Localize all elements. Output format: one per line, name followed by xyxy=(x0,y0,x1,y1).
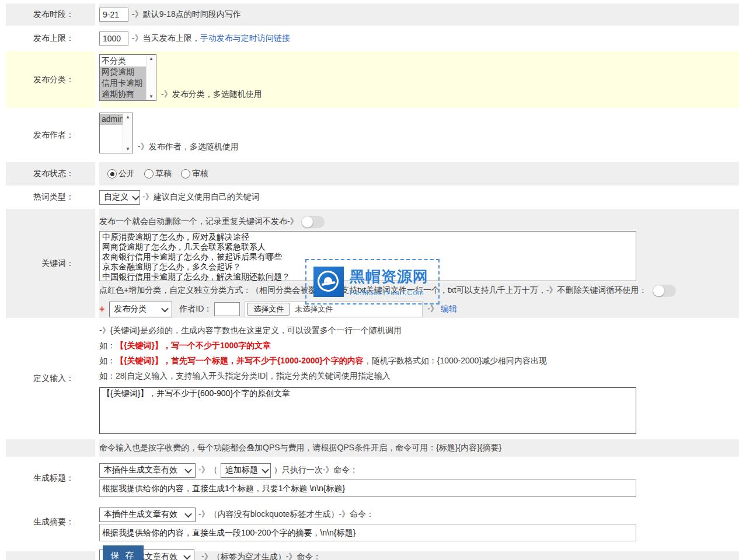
chevron-down-icon xyxy=(262,466,269,473)
category-option[interactable]: 网贷逾期 xyxy=(100,66,146,78)
category-option[interactable]: 信用卡逾期 xyxy=(100,78,146,89)
generate-summary-label: 生成摘要： xyxy=(6,500,95,544)
title-mode-select[interactable]: 本插件生成文章有效 xyxy=(99,463,196,478)
row-publish-time: 发布时段： -》默认9-18点的时间段内写作 xyxy=(0,4,739,26)
scroll-down-icon[interactable]: ▼ xyxy=(126,146,130,152)
category-option[interactable]: 逾期协商 xyxy=(100,89,146,100)
auto-delete-toggle[interactable] xyxy=(301,216,325,228)
row-publish-category: 发布分类： 不分类 网贷逾期 信用卡逾期 逾期协商 ▲ ▼ -》发布分类，多选随… xyxy=(0,51,739,108)
generate-title-label: 生成标题： xyxy=(6,457,95,500)
add-category-icon[interactable]: + xyxy=(99,304,104,314)
example-red-1: 【{关键词}】，写一个不少于1000字的文章 xyxy=(116,341,271,350)
scroll-up-icon[interactable]: ▲ xyxy=(126,114,130,120)
row-publish-author: 发布作者： admin ▲ ▼ -》发布作者，多选随机使用 xyxy=(0,108,739,162)
row-hotword-type: 热词类型： 自定义 -》建议自定义使用自己的关键词 xyxy=(0,186,739,209)
define-input-label: 定义输入： xyxy=(6,318,95,439)
publish-category-label: 发布分类： xyxy=(6,51,95,108)
keyword-category-select[interactable]: 发布分类 xyxy=(109,302,172,317)
title-append-select[interactable]: 追加标题 xyxy=(221,463,271,478)
status-option-label: 公开 xyxy=(118,169,135,179)
edit-link[interactable]: 编辑 xyxy=(441,304,457,314)
row-define-input: 定义输入： -》{关键词}是必须的，生成内容字数也在这里定义，可以设置多个一行一… xyxy=(0,318,739,439)
hotword-type-value: 自定义 xyxy=(104,192,128,202)
hotword-type-label: 热词类型： xyxy=(6,186,95,209)
chevron-down-icon xyxy=(161,304,169,312)
keyword-category-value: 发布分类 xyxy=(114,304,147,314)
publish-author-listbox[interactable]: admin ▲ ▼ xyxy=(99,113,133,153)
publish-category-listbox[interactable]: 不分类 网贷逾期 信用卡逾期 逾期协商 ▲ ▼ xyxy=(99,54,156,101)
publish-settings-page: 发布时段： -》默认9-18点的时间段内写作 发布上限： -》当天发布上限， 手… xyxy=(0,0,739,560)
publish-author-desc: -》发布作者，多选随机使用 xyxy=(138,142,239,152)
radio-icon[interactable] xyxy=(144,169,154,178)
title-mode-value: 本插件生成文章有效 xyxy=(104,465,177,475)
row-bottom-partial: 本插件生成文章有效 -》（标签为空才生成）-》命令： 保 存 xyxy=(0,551,739,560)
author-id-label: 作者ID： xyxy=(179,304,212,314)
status-radio-review[interactable]: 审核 xyxy=(181,169,208,179)
publish-limit-desc: -》当天发布上限， xyxy=(132,33,200,44)
example-prefix: 如： xyxy=(99,371,116,380)
command-note-spacer xyxy=(6,439,95,457)
example-prefix: 如： xyxy=(99,341,116,350)
scroll-down-icon[interactable]: ▼ xyxy=(149,94,154,99)
hotword-type-desc: -》建议自定义使用自己的关键词 xyxy=(142,192,260,202)
author-id-input[interactable] xyxy=(214,302,240,316)
bottom-spacer xyxy=(6,551,95,560)
row-command-note: 命令输入也是按字收费的，每个功能都会叠加QPS与费用，请根据QPS条件开启，命令… xyxy=(0,439,739,457)
define-input-textarea[interactable]: 【{关键词}】，并写不少于{600-900}个字的原创文章 xyxy=(99,387,636,434)
loop-keywords-toggle[interactable] xyxy=(653,285,676,297)
generate-summary-textarea[interactable]: 根据我提供给你的内容，直接生成一段100-200个字的摘要，\n\n{标题} xyxy=(99,524,636,541)
status-radio-draft[interactable]: 草稿 xyxy=(144,169,172,179)
chevron-down-icon xyxy=(184,510,192,517)
watermark-url: HeiMaoZiYuan.Com xyxy=(350,289,428,297)
example-tail: ，随机字数格式如：{1000-2000}减少相同内容出现 xyxy=(364,356,547,365)
generate-title-textarea[interactable]: 根据我提供给你的内容，直接生成1个标题，只要1个标题 \n\n{标题} xyxy=(99,480,636,497)
summary-tail-text: -》（内容没有blockquote标签才生成）-》命令： xyxy=(198,509,374,520)
publish-limit-label: 发布上限： xyxy=(6,26,95,51)
define-hint-4: 如：28|自定义输入，支持输入开头指定分类ID|，指定分类的关键词使用指定输入 xyxy=(99,371,391,382)
publish-limit-input[interactable] xyxy=(99,32,128,46)
save-button[interactable]: 保 存 xyxy=(103,545,144,560)
watermark-overlay: 黑帽资源网 HeiMaoZiYuan.Com xyxy=(305,259,440,304)
command-note-text: 命令输入也是按字收费的，每个功能都会叠加QPS与费用，请根据QPS条件开启，命令… xyxy=(99,443,501,453)
define-hint-2: 如：【{关键词}】，写一个不少于1000字的文章 xyxy=(99,341,271,351)
title-mid-text: -》（ xyxy=(198,465,218,475)
listbox-scrollbar[interactable]: ▲ ▼ xyxy=(146,55,156,100)
define-hint-3: 如：【{关键词}】，首先写一个标题，并写不少于{1000-2000}个字的内容，… xyxy=(99,356,547,366)
chevron-down-icon xyxy=(184,466,192,473)
summary-mode-value: 本插件生成文章有效 xyxy=(104,509,177,520)
example-red-2: 【{关键词}】，首先写一个标题，并写不少于{1000-2000}个字的内容 xyxy=(116,356,364,365)
listbox-scrollbar[interactable]: ▲ ▼ xyxy=(123,113,133,153)
hotword-type-select[interactable]: 自定义 xyxy=(99,190,140,205)
row-generate-title: 生成标题： 本插件生成文章有效 -》（ 追加标题 ）只执行一次-》命令： 根据我… xyxy=(0,457,739,500)
scroll-up-icon[interactable]: ▲ xyxy=(149,56,154,61)
publish-category-desc: -》发布分类，多选随机使用 xyxy=(161,89,262,100)
hat-icon xyxy=(316,269,340,293)
manual-publish-link[interactable]: 手动发布与定时访问链接 xyxy=(200,33,290,44)
author-option[interactable]: admin xyxy=(100,114,123,125)
choose-file-button[interactable]: 选择文件 xyxy=(247,303,290,316)
radio-checked-icon[interactable] xyxy=(107,169,117,178)
radio-icon[interactable] xyxy=(181,169,190,178)
tag-tail-text: -》（标签为空才生成）-》命令： xyxy=(201,552,321,560)
title-tail-text: ）只执行一次-》命令： xyxy=(274,465,358,475)
publish-time-label: 发布时段： xyxy=(6,4,95,26)
row-generate-summary: 生成摘要： 本插件生成文章有效 -》（内容没有blockquote标签才生成）-… xyxy=(0,500,739,544)
status-radio-public[interactable]: 公开 xyxy=(107,169,135,179)
category-option[interactable]: 不分类 xyxy=(100,55,146,66)
chevron-down-icon xyxy=(132,192,140,200)
example-plain-3: 28|自定义输入，支持输入开头指定分类ID|，指定分类的关键词使用指定输入 xyxy=(116,371,391,380)
file-status-text: 未选择文件 xyxy=(295,304,333,314)
summary-mode-select[interactable]: 本插件生成文章有效 xyxy=(99,508,196,522)
title-append-value: 追加标题 xyxy=(225,465,258,475)
publish-status-label: 发布状态： xyxy=(6,162,95,186)
publish-author-label: 发布作者： xyxy=(6,108,95,162)
publish-time-desc: -》默认9-18点的时间段内写作 xyxy=(132,9,241,20)
chevron-down-icon xyxy=(183,552,191,560)
row-publish-limit: 发布上限： -》当天发布上限， 手动发布与定时访问链接 xyxy=(0,26,739,51)
status-option-label: 草稿 xyxy=(155,169,172,179)
auto-delete-text: 发布一个就会自动删除一个，记录重复关键词不发布-》 xyxy=(99,216,298,227)
keywords-label: 关键词： xyxy=(6,209,95,318)
watermark-logo-icon xyxy=(313,267,344,297)
status-option-label: 审核 xyxy=(192,169,208,179)
publish-time-input[interactable] xyxy=(99,8,128,22)
